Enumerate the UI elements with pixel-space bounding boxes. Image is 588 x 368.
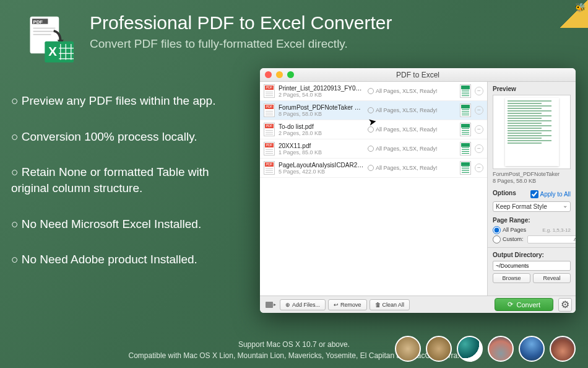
file-meta: 1 Pages, 85.0 KB — [279, 149, 364, 156]
file-meta: 5 Pages, 422.0 KB — [279, 169, 364, 175]
browse-button[interactable]: Browse — [493, 273, 530, 283]
file-name: To-do list.pdf — [279, 123, 364, 130]
remove-row-icon[interactable]: − — [475, 144, 483, 153]
file-meta: 2 Pages, 28.0 KB — [279, 130, 364, 136]
feature-item: No Need Adobe product Installed. — [11, 252, 249, 268]
corner-badge — [560, 0, 588, 28]
pdf-icon — [264, 103, 275, 117]
apply-all-input[interactable] — [530, 190, 538, 198]
convert-button[interactable]: ⟳ Convert — [495, 298, 553, 311]
preview-box — [493, 95, 571, 169]
feature-item: Retain None or formatted Table with orig… — [11, 164, 249, 196]
preview-filename: ForumPost_PDFNoteTaker — [493, 171, 571, 178]
file-meta: 8 Pages, 58.0 KB — [279, 111, 364, 117]
svg-marker-16 — [274, 304, 276, 306]
file-status: All Pages, XLSX, Ready! — [368, 88, 456, 95]
os-el-capitan-icon — [519, 336, 545, 362]
remove-row-icon[interactable]: − — [475, 87, 483, 95]
trash-icon: 🗑 — [375, 302, 381, 308]
os-yosemite-icon — [488, 336, 514, 362]
file-status: All Pages, XLSX, Ready! — [368, 165, 456, 172]
file-status: All Pages, XLSX, Ready! — [368, 146, 456, 152]
sidebar: Preview ForumPost_PDFNoteTaker 8 Pages, … — [487, 82, 576, 296]
window-title: PDF to Excel — [396, 71, 439, 79]
reveal-button[interactable]: Reveal — [533, 273, 571, 283]
app-window: PDF to Excel Printer_List_20120913_FY05-… — [260, 68, 576, 313]
file-status: All Pages, XLSX, Ready! — [368, 126, 456, 133]
xlsx-icon — [460, 84, 471, 98]
svg-text:X: X — [48, 45, 57, 58]
remove-button[interactable]: ↩ Remove — [328, 299, 367, 310]
pdf-icon — [264, 84, 275, 98]
feature-list: Preview any PDF files within the app. Co… — [11, 93, 249, 287]
header: PDF X Professional PDF to Excel Converte… — [0, 0, 588, 71]
toolbar: ⊕ Add Files... ↩ Remove 🗑 Clean All ⟳ Co… — [260, 296, 576, 313]
custom-radio[interactable] — [493, 235, 501, 243]
gear-icon: ⚙ — [561, 299, 569, 310]
preview-filemeta: 8 Pages, 58.0 KB — [493, 178, 571, 185]
xlsx-icon — [460, 142, 471, 156]
output-dir-label: Output Directory: — [493, 252, 571, 258]
pdf-icon — [264, 142, 275, 156]
os-mountain-lion-icon — [426, 336, 452, 362]
os-lion-icon — [395, 336, 421, 362]
maximize-icon[interactable] — [287, 71, 294, 78]
file-name: ForumPost_PDFNoteTaker Sheet1 -... — [279, 104, 364, 111]
import-icon[interactable] — [264, 299, 277, 311]
page-range-label: Page Range: — [493, 217, 571, 224]
main-title: Professional PDF to Excel Converter — [90, 12, 392, 33]
close-icon[interactable] — [265, 71, 272, 78]
minimize-icon[interactable] — [276, 71, 283, 78]
all-pages-radio[interactable] — [493, 226, 501, 234]
preview-page — [505, 98, 559, 166]
file-meta: 2 Pages, 54.0 KB — [279, 92, 364, 98]
settings-button[interactable]: ⚙ — [558, 298, 572, 312]
apply-all-checkbox[interactable]: Apply to All — [530, 190, 571, 198]
pdf-icon — [264, 123, 275, 136]
remove-row-icon[interactable]: − — [475, 164, 483, 172]
add-icon: ⊕ — [285, 302, 290, 308]
remove-icon: ↩ — [334, 302, 339, 308]
xlsx-icon — [460, 123, 471, 136]
app-icon: PDF X — [25, 12, 77, 65]
options-label: Options — [493, 190, 516, 196]
os-sierra-icon — [550, 336, 576, 362]
file-name: Printer_List_20120913_FY05-12Se... — [279, 85, 364, 92]
remove-row-icon[interactable]: − — [475, 106, 483, 115]
svg-rect-15 — [266, 302, 273, 308]
clean-all-button[interactable]: 🗑 Clean All — [370, 299, 410, 310]
file-row[interactable]: Printer_List_20120913_FY05-12Se... 2 Pag… — [260, 82, 487, 101]
file-list[interactable]: Printer_List_20120913_FY05-12Se... 2 Pag… — [260, 82, 487, 296]
feature-item: Preview any PDF files within the app. — [11, 93, 249, 109]
os-mavericks-icon — [457, 336, 483, 362]
example-hint: E.g. 1,5,3-12 — [542, 227, 571, 233]
custom-pages-input[interactable] — [527, 235, 576, 243]
file-status: All Pages, XLSX, Ready! — [368, 107, 456, 114]
refresh-icon: ⟳ — [508, 300, 513, 309]
preview-label: Preview — [493, 85, 571, 92]
feature-item: No Need Microsoft Excel Installed. — [11, 216, 249, 232]
subtitle: Convert PDF files to fully-formatted Exc… — [90, 37, 392, 51]
output-path-input[interactable] — [493, 261, 571, 271]
svg-text:PDF: PDF — [33, 19, 43, 25]
xlsx-icon — [460, 161, 471, 175]
file-name: 20XX11.pdf — [279, 142, 364, 149]
custom-label: Custom: — [503, 236, 524, 242]
file-name: PageLayoutAnalysisICDAR2.pdf — [279, 162, 364, 169]
title-bar[interactable]: PDF to Excel — [260, 68, 576, 82]
pdf-icon — [264, 161, 275, 175]
format-select[interactable]: Keep Format Style — [493, 201, 571, 212]
file-row[interactable]: 20XX11.pdf 1 Pages, 85.0 KB All Pages, X… — [260, 139, 487, 159]
add-files-button[interactable]: ⊕ Add Files... — [280, 299, 326, 310]
remove-row-icon[interactable]: − — [475, 125, 483, 134]
feature-item: Conversion 100% process locally. — [11, 129, 249, 145]
os-icons — [395, 336, 576, 362]
file-row[interactable]: PageLayoutAnalysisICDAR2.pdf 5 Pages, 42… — [260, 159, 487, 178]
all-pages-label: All Pages — [503, 227, 526, 233]
xlsx-icon — [460, 103, 471, 117]
